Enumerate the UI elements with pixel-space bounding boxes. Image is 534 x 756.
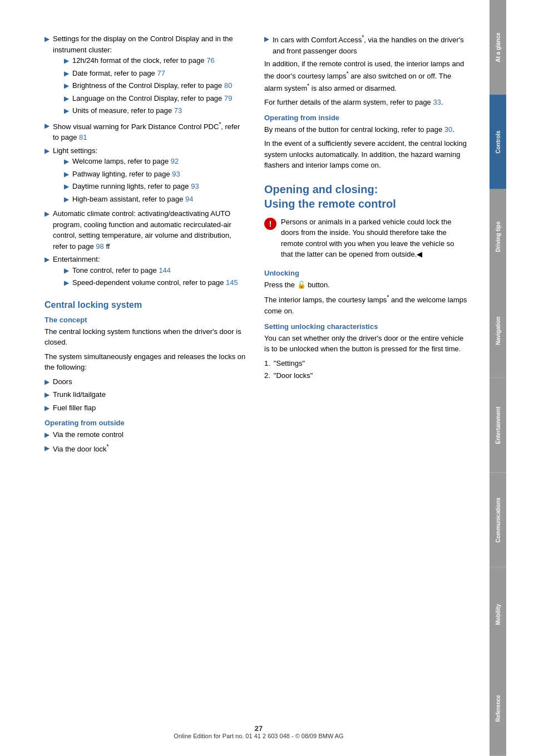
list-item: ▶ In cars with Comfort Access*, via the … bbox=[264, 33, 467, 56]
page-footer: 27 Online Edition for Part no. 01 41 2 6… bbox=[0, 724, 517, 739]
setting-text: You can set whether only the driver's do… bbox=[264, 333, 467, 355]
additional-text1: In addition, if the remote control is us… bbox=[264, 58, 467, 94]
sidebar-tab-driving[interactable]: Driving tips bbox=[490, 189, 506, 284]
sidebar-tab-reference[interactable]: Reference bbox=[490, 661, 506, 756]
arrow-icon: ▶ bbox=[64, 106, 69, 116]
unlocking-text1: Press the 🔓 button. bbox=[264, 279, 467, 291]
central-locking-heading: Central locking system bbox=[44, 300, 248, 310]
right-column: ▶ In cars with Comfort Access*, via the … bbox=[264, 33, 467, 457]
list-item: ▶ Settings for the display on the Contro… bbox=[44, 33, 248, 118]
arrow-icon: ▶ bbox=[44, 121, 50, 143]
arrow-icon: ▶ bbox=[64, 266, 69, 276]
concept-heading: The concept bbox=[44, 316, 248, 324]
arrow-icon: ▶ bbox=[64, 94, 69, 104]
list-item: ▶ Brightness of the Control Display, ref… bbox=[64, 80, 248, 91]
list-item: ▶ Doors bbox=[44, 376, 248, 387]
arrow-icon: ▶ bbox=[44, 377, 50, 387]
page-number: 27 bbox=[0, 724, 517, 733]
list-item: ▶ Automatic climate control: activating/… bbox=[44, 208, 248, 252]
arrow-icon: ▶ bbox=[64, 181, 69, 192]
opening-heading: Opening and closing:Using the remote con… bbox=[264, 182, 467, 211]
unlocking-heading: Unlocking bbox=[264, 269, 467, 277]
list-item: ▶ 12h/24h format of the clock, refer to … bbox=[64, 55, 248, 66]
list-item: ▶ Language on the Control Display, refer… bbox=[64, 93, 248, 104]
operating-inside-heading: Operating from inside bbox=[264, 114, 467, 122]
list-item: ▶ Tone control, refer to page 144 bbox=[64, 265, 248, 276]
list-item: ▶ Light settings: ▶ Welcome lamps, refer… bbox=[44, 145, 248, 207]
warning-text: Persons or animals in a parked vehicle c… bbox=[281, 217, 467, 260]
arrow-icon: ▶ bbox=[64, 278, 69, 288]
additional-text2: For further details of the alarm system,… bbox=[264, 97, 467, 108]
list-item: 2. "Door locks" bbox=[264, 370, 467, 381]
sidebar-tab-communications[interactable]: Communications bbox=[490, 473, 506, 567]
concept-text1: The central locking system functions whe… bbox=[44, 326, 248, 348]
arrow-icon: ▶ bbox=[44, 430, 50, 440]
concept-text2: The system simultaneously engages and re… bbox=[44, 351, 248, 373]
arrow-icon: ▶ bbox=[44, 34, 50, 118]
operating-outside-heading: Operating from outside bbox=[44, 419, 248, 427]
arrow-icon: ▶ bbox=[64, 169, 69, 180]
sidebar-tab-mobility[interactable]: Mobility bbox=[490, 567, 506, 662]
list-item: ▶ Entertainment: ▶ Tone control, refer t… bbox=[44, 254, 248, 290]
list-item: ▶ Speed-dependent volume control, refer … bbox=[64, 277, 248, 288]
arrow-icon: ▶ bbox=[64, 56, 69, 66]
arrow-icon: ▶ bbox=[44, 390, 50, 400]
left-column: ▶ Settings for the display on the Contro… bbox=[44, 33, 248, 457]
footer-text: Online Edition for Part no. 01 41 2 603 … bbox=[0, 733, 517, 739]
sidebar-tab-controls[interactable]: Controls bbox=[490, 95, 506, 189]
operating-inside-text1: By means of the button for central locki… bbox=[264, 124, 467, 135]
sidebar-tab-at-glance[interactable]: At a glance bbox=[490, 0, 506, 95]
warning-box: ! Persons or animals in a parked vehicle… bbox=[264, 217, 467, 263]
arrow-icon: ▶ bbox=[44, 403, 50, 414]
arrow-icon: ▶ bbox=[264, 34, 269, 56]
list-item: ▶ Show visual warning for Park Distance … bbox=[44, 120, 248, 143]
arrow-icon: ▶ bbox=[64, 194, 69, 205]
arrow-icon: ▶ bbox=[44, 209, 50, 252]
list-item: ▶ Daytime running lights, refer to page … bbox=[64, 181, 248, 192]
list-item: ▶ High-beam assistant, refer to page 94 bbox=[64, 194, 248, 205]
list-item: ▶ Via the door lock* bbox=[44, 443, 248, 455]
list-item: ▶ Pathway lighting, refer to page 93 bbox=[64, 169, 248, 180]
item-text: Settings for the display on the Control … bbox=[53, 35, 233, 54]
arrow-icon: ▶ bbox=[44, 146, 50, 207]
setting-heading: Setting unlocking characteristics bbox=[264, 322, 467, 331]
right-sidebar: At a glance Controls Driving tips Naviga… bbox=[490, 0, 506, 756]
arrow-icon: ▶ bbox=[64, 156, 69, 167]
arrow-icon: ▶ bbox=[64, 81, 69, 91]
arrow-icon: ▶ bbox=[44, 443, 50, 455]
sidebar-tab-entertainment[interactable]: Entertainment bbox=[490, 378, 506, 473]
list-item: ▶ Fuel filler flap bbox=[44, 402, 248, 414]
operating-inside-text2: In the event of a sufficiently severe ac… bbox=[264, 138, 467, 171]
list-item: ▶ Date format, refer to page 77 bbox=[64, 68, 248, 79]
sidebar-tab-navigation[interactable]: Navigation bbox=[490, 283, 506, 378]
arrow-icon: ▶ bbox=[44, 254, 50, 290]
list-item: ▶ Welcome lamps, refer to page 92 bbox=[64, 156, 248, 167]
list-item: ▶ Via the remote control bbox=[44, 429, 248, 440]
unlocking-text2: The interior lamps, the courtesy lamps* … bbox=[264, 293, 467, 316]
list-item: 1. "Settings" bbox=[264, 358, 467, 369]
list-item: ▶ Trunk lid/tailgate bbox=[44, 389, 248, 400]
arrow-icon: ▶ bbox=[64, 68, 69, 79]
list-item: ▶ Units of measure, refer to page 73 bbox=[64, 105, 248, 116]
warning-icon: ! bbox=[264, 218, 276, 230]
